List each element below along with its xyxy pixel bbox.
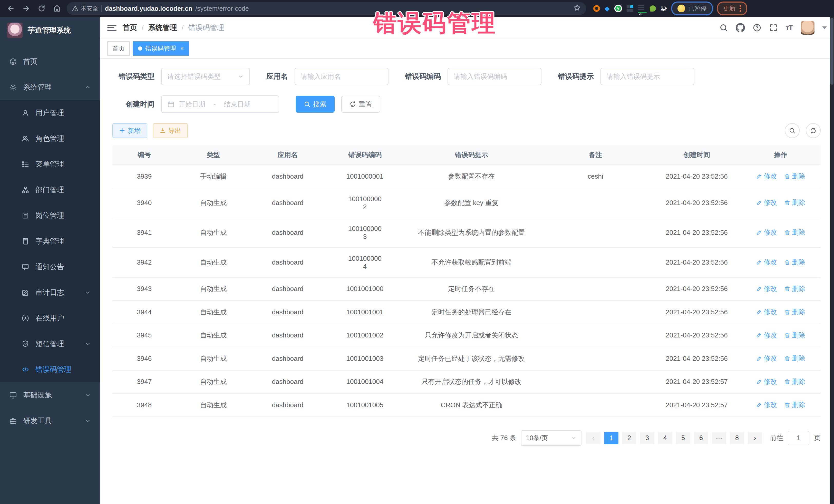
edit-link[interactable]: 修改 xyxy=(756,400,777,409)
error-code-input[interactable]: 请输入错误码编码 xyxy=(447,68,542,85)
error-hint-input[interactable]: 请输入错误码提示 xyxy=(600,68,695,85)
user-avatar[interactable] xyxy=(800,21,814,35)
delete-link[interactable]: 删除 xyxy=(784,307,805,316)
next-page-button[interactable]: › xyxy=(748,432,762,444)
page-button-5[interactable]: 5 xyxy=(676,432,690,444)
back-icon[interactable] xyxy=(5,3,17,14)
extension-y-icon[interactable]: y xyxy=(614,5,622,12)
breadcrumb-item[interactable]: 首页 xyxy=(123,23,137,32)
extension-leaf-icon[interactable] xyxy=(650,5,656,12)
browser-update-button[interactable]: 更新 xyxy=(717,2,747,15)
search-icon[interactable] xyxy=(719,23,728,32)
sidebar-item-user-management[interactable]: 用户管理 xyxy=(0,100,100,126)
delete-link[interactable]: 删除 xyxy=(784,331,805,340)
toolbox-icon xyxy=(9,417,17,425)
url-bar[interactable]: 不安全 dashboard.yudao.iocoder.cn/system/er… xyxy=(67,2,586,15)
reload-icon[interactable] xyxy=(36,3,47,14)
pagination: 共 76 条 10条/页 ‹123456···8› 前往 1 页 xyxy=(112,430,821,446)
extension-list-on-icon[interactable]: on xyxy=(638,5,645,12)
breadcrumb-item[interactable]: 系统管理 xyxy=(148,23,177,32)
table-row: 3944自动生成dashboard1001001001定时任务的处理器已经存在2… xyxy=(112,301,821,324)
goto-page-input[interactable]: 1 xyxy=(788,431,809,445)
edit-link[interactable]: 修改 xyxy=(756,307,777,316)
more-pages-button[interactable]: ··· xyxy=(712,432,726,444)
sidebar-item-audit-log[interactable]: 审计日志 xyxy=(0,280,100,305)
app-title: 芋道管理系统 xyxy=(28,25,71,35)
delete-link[interactable]: 删除 xyxy=(784,172,805,181)
scrollbar-thumb[interactable] xyxy=(830,18,833,85)
error-type-select[interactable]: 请选择错误码类型 xyxy=(161,68,250,85)
home-icon[interactable] xyxy=(51,3,63,14)
page-button-1[interactable]: 1 xyxy=(604,432,618,444)
page-button-4[interactable]: 4 xyxy=(658,432,672,444)
sidebar-item-role-management[interactable]: 角色管理 xyxy=(0,126,100,151)
sidebar-item-dev-tools[interactable]: 研发工具 xyxy=(0,408,100,434)
edit-link[interactable]: 修改 xyxy=(756,354,777,363)
search-button[interactable]: 搜索 xyxy=(295,96,335,113)
app-name-input[interactable]: 请输入应用名 xyxy=(294,68,389,85)
window-scrollbar[interactable] xyxy=(830,17,834,504)
page-button-2[interactable]: 2 xyxy=(622,432,636,444)
edit-link[interactable]: 修改 xyxy=(756,377,777,386)
help-icon[interactable] xyxy=(753,23,761,32)
sidebar-item-post-management[interactable]: 岗位管理 xyxy=(0,203,100,228)
bookmark-star-icon[interactable] xyxy=(573,4,581,13)
page-button-3[interactable]: 3 xyxy=(640,432,654,444)
delete-link[interactable]: 删除 xyxy=(784,228,805,237)
sidebar-item-dept-management[interactable]: 部门管理 xyxy=(0,177,100,203)
sidebar-item-online-user[interactable]: 在线用户 xyxy=(0,305,100,331)
refresh-table-button[interactable] xyxy=(806,123,821,138)
close-icon[interactable]: × xyxy=(180,45,184,52)
browser-menu-icon[interactable] xyxy=(740,5,741,12)
collapse-sidebar-icon[interactable] xyxy=(107,25,116,31)
reset-button[interactable]: 重置 xyxy=(341,96,380,113)
shield-check-icon xyxy=(22,340,29,348)
delete-link[interactable]: 删除 xyxy=(784,198,805,207)
export-button[interactable]: 导出 xyxy=(153,123,188,138)
delete-link[interactable]: 删除 xyxy=(784,284,805,293)
extension-grid-icon[interactable] xyxy=(627,5,633,12)
font-size-icon[interactable]: ᴛT xyxy=(786,24,793,32)
sidebar-item-sms-management[interactable]: 短信管理 xyxy=(0,331,100,357)
extension-donut-icon[interactable] xyxy=(593,5,600,12)
error-type-label: 错误码类型 xyxy=(112,72,161,81)
forward-icon[interactable] xyxy=(21,3,32,14)
github-icon[interactable] xyxy=(736,23,745,32)
add-button[interactable]: 新增 xyxy=(112,123,147,138)
sidebar-item-error-code-management[interactable]: 错误码管理 xyxy=(0,357,100,382)
edit-pencil-icon xyxy=(756,309,762,315)
edit-link[interactable]: 修改 xyxy=(756,258,777,267)
sidebar-item-notice-announcement[interactable]: 通知公告 xyxy=(0,254,100,280)
date-range-picker[interactable]: 开始日期 - 结束日期 xyxy=(161,95,279,113)
sidebar-item-dict-management[interactable]: 字典管理 xyxy=(0,228,100,254)
chevron-down-icon[interactable] xyxy=(822,26,827,29)
edit-link[interactable]: 修改 xyxy=(756,284,777,293)
table-cell xyxy=(538,393,653,417)
delete-link[interactable]: 删除 xyxy=(784,258,805,267)
sidebar-item-system-management[interactable]: 系统管理 xyxy=(0,74,100,100)
page-size-select[interactable]: 10条/页 xyxy=(521,430,581,446)
tab-首页[interactable]: 首页 xyxy=(107,41,130,56)
page-button-6[interactable]: 6 xyxy=(694,432,708,444)
delete-link[interactable]: 删除 xyxy=(784,400,805,409)
profile-paused-pill[interactable]: 已暂停 xyxy=(671,2,713,15)
prev-page-button[interactable]: ‹ xyxy=(586,432,600,444)
delete-link[interactable]: 删除 xyxy=(784,377,805,386)
edit-link[interactable]: 修改 xyxy=(756,172,777,181)
delete-link[interactable]: 删除 xyxy=(784,354,805,363)
sidebar-item-infrastructure[interactable]: 基础设施 xyxy=(0,382,100,408)
table-cell: 只有开启状态的任务，才可以修改 xyxy=(405,370,538,394)
sidebar-item-menu-management[interactable]: 菜单管理 xyxy=(0,151,100,177)
sidebar-item-label: 审计日志 xyxy=(36,288,64,298)
app-logo[interactable]: 芋道管理系统 xyxy=(0,17,100,44)
fullscreen-icon[interactable] xyxy=(769,23,778,32)
sidebar-item-home[interactable]: 首页 xyxy=(0,49,100,74)
tab-错误码管理[interactable]: 错误码管理× xyxy=(133,41,189,56)
edit-link[interactable]: 修改 xyxy=(756,228,777,237)
extension-puzzle-icon[interactable]: 🧩︎ xyxy=(660,5,667,12)
page-button-8[interactable]: 8 xyxy=(730,432,744,444)
show-search-button[interactable] xyxy=(785,123,799,138)
extension-gem-icon[interactable]: ◆ xyxy=(605,5,610,12)
edit-link[interactable]: 修改 xyxy=(756,331,777,340)
edit-link[interactable]: 修改 xyxy=(756,198,777,207)
